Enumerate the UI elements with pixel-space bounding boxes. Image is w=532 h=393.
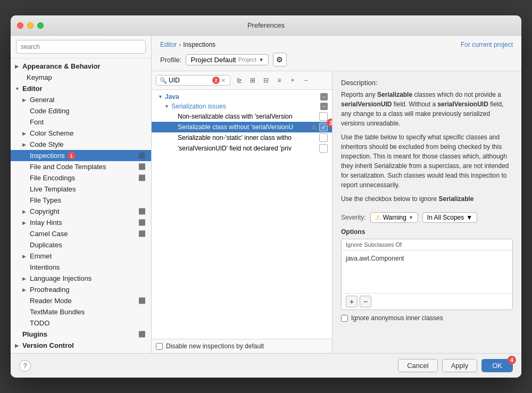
titlebar: Preferences: [11, 15, 521, 36]
sidebar-item-reader-mode[interactable]: Reader Mode ⬛: [11, 295, 151, 306]
description-section: Description: Reports any Serializable cl…: [341, 79, 513, 204]
remove-ignore-button[interactable]: −: [360, 296, 371, 307]
ok-button[interactable]: OK 4: [481, 359, 513, 372]
tree-item-serial-non-static[interactable]: Serializable non-'static' inner class wi…: [152, 132, 332, 143]
chevron-right-icon: ▶: [15, 343, 21, 348]
main-area: Editor › Inspections For current project…: [152, 36, 521, 353]
inlay-icon: ⬛: [138, 219, 146, 226]
search-clear-button[interactable]: ✕: [221, 77, 226, 84]
sidebar-item-file-encodings[interactable]: File Encodings ⬛: [11, 172, 151, 183]
sidebar-item-font[interactable]: Font: [11, 116, 151, 128]
sidebar-item-file-code-templates[interactable]: File and Code Templates ⬛: [11, 161, 151, 172]
description-text-2: Use the table below to specify what spec…: [341, 132, 513, 190]
sidebar-item-proofreading[interactable]: ▶ Proofreading: [11, 284, 151, 295]
sidebar-item-inlay-hints[interactable]: ▶ Inlay Hints ⬛: [11, 217, 151, 228]
profile-row: Profile: Project Default Project ▼ ⚙: [160, 53, 513, 66]
serial-non-static-checkbox[interactable]: [319, 133, 328, 142]
sidebar-item-general[interactable]: ▶ General: [11, 94, 151, 105]
disable-checkbox[interactable]: [156, 343, 163, 350]
severity-dropdown[interactable]: ⚠ Warning ▼: [370, 212, 418, 223]
breadcrumb-current: Inspections: [183, 41, 215, 48]
close-button[interactable]: [17, 22, 23, 29]
ignore-list: java.awt.Component: [342, 250, 512, 293]
sidebar-item-inspections[interactable]: Inspections 1 ⬛: [11, 150, 151, 161]
sidebar-item-plugins[interactable]: Plugins ⬛: [11, 329, 151, 340]
filter-icon[interactable]: ⊵: [234, 74, 245, 86]
inspections-body: 🔍 2 ✕ ⊵ ⊞ ⊟ ≡ + −: [152, 71, 521, 353]
plugins-icon: ⬛: [138, 331, 146, 338]
serial-field-checkbox[interactable]: [319, 144, 328, 153]
tree-item-non-serial[interactable]: Non-serializable class with 'serialVersi…: [152, 111, 332, 122]
window-title: Preferences: [247, 21, 285, 29]
sidebar-item-camel-case[interactable]: Camel Case ⬛: [11, 228, 151, 239]
tree-expand-serial: ▼: [164, 104, 170, 109]
right-panel: Description: Reports any Serializable cl…: [332, 71, 521, 353]
sidebar-item-todo[interactable]: TODO: [11, 317, 151, 329]
tree-item-serialization[interactable]: ▼ Serialization issues −: [152, 102, 332, 111]
tree-item-serial-without[interactable]: Serializable class without 'serialVersio…: [152, 122, 332, 132]
copyright-icon: ⬛: [138, 208, 146, 215]
chevron-right-icon: ▶: [22, 254, 29, 259]
serial-without-label: Serializable class without 'serialVersio…: [178, 123, 310, 131]
profile-dropdown[interactable]: Project Default Project ▼: [186, 54, 268, 65]
sidebar-item-keymap[interactable]: Keymap: [11, 72, 151, 83]
search-icon: 🔍: [160, 77, 167, 84]
sidebar-item-file-types[interactable]: File Types: [11, 195, 151, 206]
tree-item-serial-field[interactable]: 'serialVersionUID' field not declared 'p…: [152, 143, 332, 154]
expand-all-icon[interactable]: ⊞: [247, 74, 259, 86]
encoding-icon: ⬛: [138, 174, 146, 181]
sidebar-item-code-style[interactable]: ▶ Code Style: [11, 139, 151, 150]
minus-icon[interactable]: −: [300, 74, 312, 86]
serial-minus-btn[interactable]: −: [320, 103, 328, 110]
ignore-actions: + −: [342, 293, 512, 310]
sidebar-item-version-control[interactable]: ▶ Version Control: [11, 340, 151, 351]
sidebar-item-copyright[interactable]: ▶ Copyright ⬛: [11, 206, 151, 217]
traffic-lights: [17, 22, 44, 29]
apply-button[interactable]: Apply: [442, 359, 478, 372]
for-current-project-link[interactable]: For current project: [461, 41, 513, 48]
add-icon[interactable]: +: [287, 74, 298, 86]
collapse-all-icon[interactable]: ⊟: [260, 74, 272, 86]
sidebar-item-duplicates[interactable]: Duplicates: [11, 239, 151, 250]
scope-dropdown[interactable]: In All Scopes ▼: [422, 212, 477, 223]
sidebar-item-textmate[interactable]: TextMate Bundles: [11, 306, 151, 317]
chevron-right-icon: ▶: [22, 220, 29, 225]
sidebar-item-emmet[interactable]: ▶ Emmet: [11, 250, 151, 262]
sidebar-item-live-templates[interactable]: Live Templates: [11, 183, 151, 195]
anon-checkbox[interactable]: [341, 315, 348, 322]
preferences-window: Preferences ▶ Appearance & Behavior Keym…: [11, 15, 521, 378]
tree-item-java[interactable]: ▼ Java −: [152, 92, 332, 102]
non-serial-checkbox[interactable]: [319, 112, 328, 121]
search-count-badge: 2: [212, 77, 220, 84]
camel-icon: ⬛: [138, 230, 146, 237]
gear-button[interactable]: ⚙: [273, 53, 287, 66]
warning-dot-icon: ⚠: [375, 214, 381, 221]
sidebar: ▶ Appearance & Behavior Keymap ▼ Editor …: [11, 36, 152, 353]
java-label: Java: [165, 93, 318, 101]
search-input[interactable]: [169, 77, 211, 84]
disable-inspections-check[interactable]: Disable new inspections by default: [156, 342, 264, 350]
java-minus-btn[interactable]: −: [320, 93, 328, 101]
anon-check-row[interactable]: Ignore anonymous inner classes: [341, 314, 513, 322]
sidebar-item-code-editing[interactable]: Code Editing: [11, 105, 151, 116]
template-icon: ⬛: [138, 163, 146, 170]
search-bar: 🔍 2 ✕ ⊵ ⊞ ⊟ ≡ + −: [152, 71, 332, 90]
breadcrumb-separator: ›: [179, 41, 181, 48]
breadcrumb-editor: Editor: [160, 41, 177, 48]
list-icon[interactable]: ≡: [273, 74, 285, 86]
maximize-button[interactable]: [37, 22, 44, 29]
serialization-label: Serialization issues: [171, 103, 318, 110]
minimize-button[interactable]: [27, 22, 34, 29]
help-button[interactable]: ?: [19, 360, 31, 372]
sidebar-item-language-injections[interactable]: ▶ Language Injections: [11, 273, 151, 284]
sidebar-item-editor[interactable]: ▼ Editor: [11, 83, 151, 94]
non-serial-label: Non-serializable class with 'serialVersi…: [178, 113, 317, 120]
sidebar-search-input[interactable]: [16, 40, 146, 54]
options-section: Options Ignore Subclasses Of java.awt.Co…: [341, 228, 513, 322]
sidebar-item-intentions[interactable]: Intentions: [11, 262, 151, 273]
tree-expand-java: ▼: [158, 94, 163, 99]
sidebar-item-appearance[interactable]: ▶ Appearance & Behavior: [11, 61, 151, 72]
sidebar-item-color-scheme[interactable]: ▶ Color Scheme: [11, 128, 151, 139]
add-ignore-button[interactable]: +: [346, 296, 358, 307]
cancel-button[interactable]: Cancel: [398, 359, 437, 372]
